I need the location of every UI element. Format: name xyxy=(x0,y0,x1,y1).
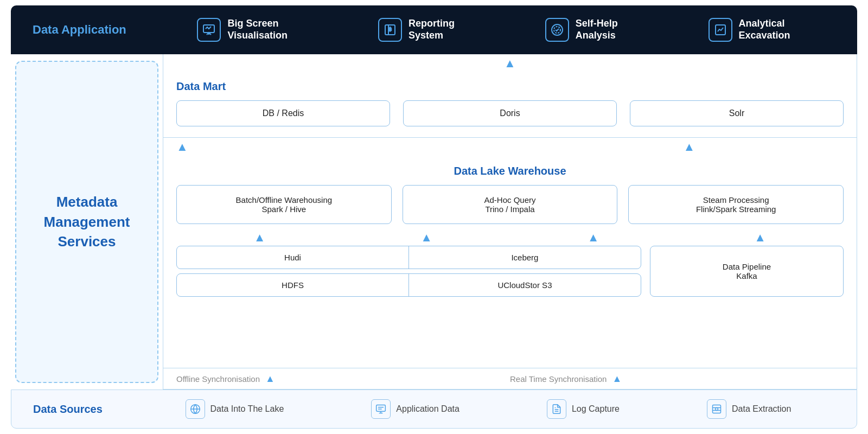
analytical-label: AnalyticalExcavation xyxy=(739,18,790,41)
lake-inner-arrows: ▲ ▲ ▲ ▲ xyxy=(176,229,844,246)
hudi-box: Hudi xyxy=(177,246,409,269)
mid-arrow-left: ▲ xyxy=(176,141,188,153)
application-data-label: Application Data xyxy=(396,404,459,414)
application-data-icon xyxy=(371,399,391,419)
ucloudstor-box: UCloudStor S3 xyxy=(409,274,641,296)
iceberg-box: Iceberg xyxy=(409,246,641,269)
data-into-lake-label: Data Into The Lake xyxy=(210,404,284,414)
data-into-lake-item: Data Into The Lake xyxy=(186,399,284,419)
svg-rect-18 xyxy=(713,405,721,413)
lake-arrow-3: ▲ xyxy=(588,232,599,244)
mid-arrow-right: ▲ xyxy=(683,141,695,153)
left-panel: MetadataManagementServices xyxy=(11,54,163,390)
main-content: MetadataManagementServices ▲ Data Mart D… xyxy=(11,54,857,390)
offline-sync-item: Offline Synchronisation ▲ xyxy=(176,374,510,384)
data-into-lake-icon xyxy=(186,399,205,419)
bottom-items: Data Into The Lake Application Data xyxy=(142,399,835,419)
batch-box: Batch/Offline WarehousingSpark / Hive xyxy=(176,185,392,224)
reporting-label: ReportingSystem xyxy=(409,18,455,41)
log-capture-item: Log Capture xyxy=(547,399,620,419)
metadata-title: MetadataManagementServices xyxy=(33,181,141,262)
stream-box: Steam ProcessingFlink/Spark Streaming xyxy=(628,185,844,224)
top-bar-items: Big ScreenVisualisation $ ReportingSyste… xyxy=(152,18,835,42)
data-lake-section: Data Lake Warehouse Batch/Offline Wareho… xyxy=(163,156,857,368)
self-help-icon xyxy=(545,18,569,42)
data-mart-boxes: DB / Redis Doris Solr xyxy=(176,100,844,126)
lake-top-boxes: Batch/Offline WarehousingSpark / Hive Ad… xyxy=(176,185,844,224)
analytical-icon xyxy=(709,18,732,42)
data-sources-title: Data Sources xyxy=(33,403,142,416)
self-help-label: Self-HelpAnalysis xyxy=(576,18,618,41)
realtime-sync-arrow: ▲ xyxy=(612,374,622,384)
data-extraction-icon xyxy=(707,399,726,419)
data-extraction-label: Data Extraction xyxy=(732,404,791,414)
data-mart-section: Data Mart DB / Redis Doris Solr xyxy=(163,72,857,138)
top-bar: Data Application Big ScreenVisualisation… xyxy=(11,5,857,54)
data-lake-title: Data Lake Warehouse xyxy=(176,165,844,177)
realtime-sync-label: Real Time Synchronisation xyxy=(510,374,607,384)
log-capture-icon xyxy=(547,399,566,419)
offline-sync-arrow: ▲ xyxy=(265,374,275,384)
hdfs-box: HDFS xyxy=(177,274,409,296)
svg-rect-10 xyxy=(376,405,386,412)
big-screen-icon xyxy=(197,18,221,42)
lake-arrow-2: ▲ xyxy=(420,232,432,244)
sync-row: Offline Synchronisation ▲ Real Time Sync… xyxy=(163,368,857,389)
lake-bottom-section: Hudi Iceberg HDFS UCloudStor S3 Data Pip… xyxy=(176,246,844,297)
right-section: ▲ Data Mart DB / Redis Doris Solr ▲ ▲ xyxy=(163,54,857,390)
solr-box: Solr xyxy=(630,100,844,126)
lake-storage-right: Data PipelineKafka xyxy=(650,246,844,297)
pipeline-box: Data PipelineKafka xyxy=(650,246,844,297)
hudi-iceberg-row: Hudi Iceberg xyxy=(176,246,641,269)
analytical-item: AnalyticalExcavation xyxy=(709,18,790,42)
offline-sync-label: Offline Synchronisation xyxy=(176,374,260,384)
application-data-item: Application Data xyxy=(371,399,459,419)
hdfs-ucloud-row: HDFS UCloudStor S3 xyxy=(176,273,641,297)
data-application-title: Data Application xyxy=(33,23,152,37)
metadata-box: MetadataManagementServices xyxy=(15,61,158,383)
doris-box: Doris xyxy=(403,100,617,126)
reporting-icon: $ xyxy=(378,18,402,42)
reporting-item: $ ReportingSystem xyxy=(378,18,455,42)
self-help-item: Self-HelpAnalysis xyxy=(545,18,618,42)
top-center-arrow-icon: ▲ xyxy=(504,58,516,69)
log-capture-label: Log Capture xyxy=(572,404,620,414)
realtime-sync-item: Real Time Synchronisation ▲ xyxy=(510,374,844,384)
lake-arrow-4: ▲ xyxy=(754,232,766,244)
data-mart-title: Data Mart xyxy=(176,80,844,93)
top-center-arrow-row: ▲ xyxy=(163,54,857,72)
lake-arrow-1: ▲ xyxy=(254,232,266,244)
mid-arrows-row: ▲ ▲ xyxy=(163,138,857,156)
adhoc-box: Ad-Hoc QueryTrino / Impala xyxy=(403,185,618,224)
data-extraction-item: Data Extraction xyxy=(707,399,791,419)
svg-text:$: $ xyxy=(388,27,391,32)
bottom-bar: Data Sources Data Into The Lake xyxy=(11,390,857,429)
db-redis-box: DB / Redis xyxy=(176,100,390,126)
architecture-diagram: Data Application Big ScreenVisualisation… xyxy=(11,5,857,429)
big-screen-label: Big ScreenVisualisation xyxy=(227,18,288,41)
big-screen-item: Big ScreenVisualisation xyxy=(197,18,288,42)
lake-storage-left: Hudi Iceberg HDFS UCloudStor S3 xyxy=(176,246,641,297)
